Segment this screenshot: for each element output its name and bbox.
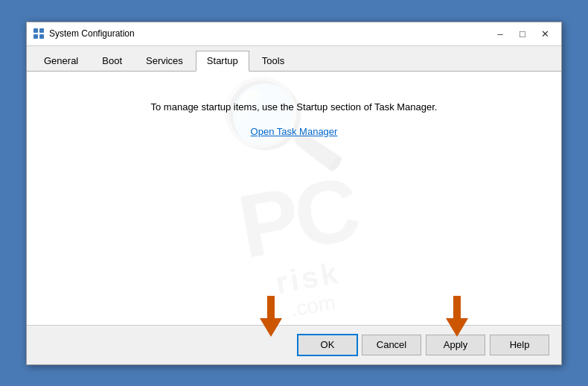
- svg-rect-1: [39, 28, 44, 33]
- svg-rect-3: [39, 34, 44, 39]
- title-bar: System Configuration – □ ✕: [27, 22, 561, 46]
- svg-marker-4: [260, 296, 282, 337]
- svg-rect-0: [33, 28, 38, 33]
- svg-marker-5: [446, 296, 468, 337]
- tab-tools[interactable]: Tools: [251, 50, 295, 71]
- content-area: 🔍 PC risk .com To manage startup items, …: [27, 72, 561, 325]
- window-icon: [33, 28, 45, 39]
- apply-arrow-indicator: [442, 296, 472, 333]
- startup-message: To manage startup items, use the Startup…: [151, 101, 438, 113]
- help-button[interactable]: Help: [490, 335, 549, 355]
- close-button[interactable]: ✕: [534, 25, 555, 42]
- tab-services[interactable]: Services: [135, 50, 194, 71]
- tab-bar: General Boot Services Startup Tools: [27, 46, 561, 72]
- open-task-manager-link[interactable]: Open Task Manager: [251, 126, 338, 137]
- watermark-risk-text: risk: [273, 256, 343, 300]
- ok-arrow-indicator: [256, 296, 286, 333]
- tab-boot[interactable]: Boot: [91, 50, 133, 71]
- ok-button[interactable]: OK: [298, 335, 357, 355]
- watermark-pc-text: PC: [232, 163, 362, 271]
- title-bar-controls: – □ ✕: [490, 25, 555, 42]
- tab-general[interactable]: General: [33, 50, 89, 71]
- cancel-button[interactable]: Cancel: [362, 335, 421, 355]
- svg-rect-2: [33, 34, 38, 39]
- window-title: System Configuration: [49, 28, 490, 39]
- minimize-button[interactable]: –: [490, 25, 511, 42]
- tab-startup[interactable]: Startup: [196, 51, 249, 72]
- maximize-button[interactable]: □: [512, 25, 533, 42]
- watermark-com-text: .com: [289, 291, 337, 322]
- footer: OK Cancel Apply Help: [27, 325, 561, 364]
- system-configuration-window: System Configuration – □ ✕ General Boot …: [26, 22, 562, 365]
- apply-button[interactable]: Apply: [426, 335, 485, 355]
